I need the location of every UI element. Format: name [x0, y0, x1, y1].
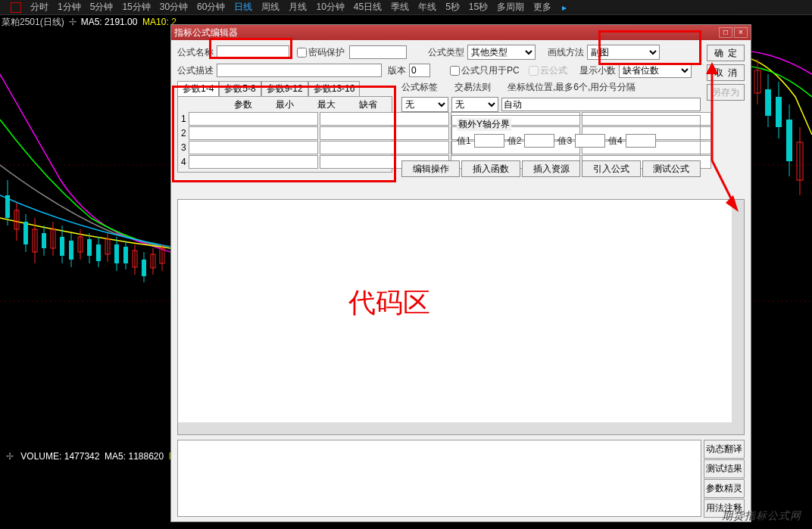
formula-type-select[interactable]: 其他类型	[467, 45, 536, 60]
tab-more[interactable]: 更多	[529, 1, 556, 14]
svg-rect-17	[69, 241, 73, 260]
edit-op-button[interactable]: 编辑操作	[401, 160, 460, 177]
param-tabs: 参数1-4 参数5-8 参数9-12 参数13-16	[177, 81, 392, 96]
extra-y-title: 额外Y轴分界	[457, 118, 511, 131]
code-textarea[interactable]	[177, 199, 745, 435]
param-tab-9-12[interactable]: 参数9-12	[261, 81, 308, 96]
formula-tag-label: 公式标签	[401, 81, 438, 94]
password-protect-label: 密码保护	[308, 46, 345, 59]
decimal-select[interactable]: 缺省位数	[619, 63, 692, 78]
tab-year[interactable]: 年线	[414, 1, 441, 14]
y3-input[interactable]	[575, 134, 605, 148]
tab-45d[interactable]: 45日线	[349, 1, 386, 14]
dialog-titlebar[interactable]: 指标公式编辑器 □ ×	[171, 25, 751, 40]
tab-15m[interactable]: 15分钟	[117, 1, 155, 14]
param-2-name[interactable]	[189, 126, 318, 140]
pc-only-label: 公式只用于PC	[461, 64, 520, 77]
svg-rect-43	[776, 97, 782, 127]
tab-tick[interactable]: 分时	[26, 1, 53, 14]
test-result-button[interactable]: 测试结果	[704, 459, 745, 478]
gear-icon[interactable]: ✢	[69, 17, 77, 27]
close-button[interactable]: ×	[734, 27, 748, 38]
draw-method-select[interactable]: 副图	[587, 45, 660, 60]
formula-tag-select[interactable]: 无	[401, 97, 448, 112]
import-formula-button[interactable]: 引入公式	[582, 160, 640, 177]
symbol-label: 菜粕2501(日线)	[2, 16, 64, 29]
coord-input[interactable]	[501, 98, 701, 111]
svg-rect-33	[142, 260, 146, 276]
param-grid: 参数 最小 最大 缺省 1 2 3 4	[177, 96, 392, 173]
param-tab-1-4[interactable]: 参数1-4	[177, 81, 219, 96]
draw-method-label: 画线方法	[548, 46, 584, 59]
scrollbar-horizontal[interactable]	[178, 422, 732, 434]
param-header-name: 参数	[223, 98, 264, 111]
save-as-button[interactable]: 另存为	[707, 84, 745, 101]
tab-10m[interactable]: 10分钟	[311, 1, 348, 14]
formula-type-label: 公式类型	[428, 46, 464, 59]
maximize-button[interactable]: □	[719, 27, 732, 38]
volume-label: VOLUME: 1477342 MA5: 1188620	[20, 451, 166, 462]
tab-5m[interactable]: 5分钟	[86, 1, 118, 14]
dialog-title-text: 指标公式编辑器	[174, 26, 238, 39]
formula-name-label: 公式名称	[177, 46, 214, 59]
svg-rect-23	[96, 244, 101, 261]
tab-5s[interactable]: 5秒	[441, 1, 464, 14]
tab-quarter[interactable]: 季线	[386, 1, 414, 14]
decimal-label: 显示小数	[579, 64, 616, 77]
tab-1m[interactable]: 1分钟	[53, 1, 86, 14]
menu-icon[interactable]	[11, 2, 21, 13]
param-header-max: 最大	[305, 98, 347, 111]
pc-only-checkbox[interactable]	[450, 66, 460, 76]
trade-rule-select[interactable]: 无	[451, 97, 498, 112]
y2-label: 值2	[508, 135, 522, 148]
ok-button[interactable]: 确定	[707, 45, 745, 61]
insert-func-button[interactable]: 插入函数	[461, 160, 520, 177]
volume-info-bar: ✢ VOLUME: 1477342 MA5: 1188620 MA	[0, 451, 183, 465]
tab-weekly[interactable]: 周线	[257, 1, 284, 14]
version-input[interactable]	[409, 64, 430, 77]
tab-15s[interactable]: 15秒	[464, 1, 492, 14]
svg-rect-3	[5, 195, 10, 218]
password-protect-checkbox[interactable]	[297, 48, 307, 58]
y1-label: 值1	[457, 135, 471, 148]
svg-rect-15	[60, 237, 64, 256]
y3-label: 值3	[557, 135, 572, 148]
y1-input[interactable]	[474, 134, 504, 148]
watermark: 期货指标公式网	[722, 509, 801, 523]
param-3-name[interactable]	[189, 141, 318, 154]
formula-desc-input[interactable]	[217, 64, 382, 77]
password-input[interactable]	[349, 45, 407, 59]
param-header-default: 缺省	[347, 98, 389, 111]
param-header-min: 最小	[264, 98, 306, 111]
y4-input[interactable]	[626, 134, 656, 148]
param-1-name[interactable]	[189, 112, 318, 126]
y2-input[interactable]	[524, 134, 554, 148]
tab-monthly[interactable]: 月线	[284, 1, 311, 14]
test-formula-button[interactable]: 测试公式	[642, 160, 701, 177]
tab-60m[interactable]: 60分钟	[192, 1, 230, 14]
param-4-name[interactable]	[189, 155, 318, 169]
timeframe-tabs: 分时 1分钟 5分钟 15分钟 30分钟 60分钟 日线 周线 月线 10分钟 …	[0, 0, 812, 15]
svg-rect-11	[42, 233, 46, 248]
dynamic-translate-button[interactable]: 动态翻译	[704, 440, 745, 459]
y4-label: 值4	[608, 135, 623, 148]
trade-rule-label: 交易法则	[454, 81, 491, 94]
scrollbar-vertical[interactable]	[732, 200, 744, 434]
output-pane[interactable]	[177, 440, 701, 517]
gear-icon[interactable]: ✢	[6, 451, 14, 462]
cancel-button[interactable]: 取消	[707, 64, 745, 81]
tab-multi[interactable]: 多周期	[492, 1, 529, 14]
svg-rect-21	[87, 239, 92, 256]
version-label: 版本	[388, 64, 406, 77]
coord-label: 坐标线位置,最多6个,用分号分隔	[508, 81, 636, 94]
svg-rect-41	[765, 89, 771, 116]
insert-res-button[interactable]: 插入资源	[522, 160, 580, 177]
tab-30m[interactable]: 30分钟	[155, 1, 192, 14]
more-arrow-icon[interactable]: ▸	[557, 2, 571, 13]
tab-daily[interactable]: 日线	[230, 1, 257, 14]
formula-name-input[interactable]	[217, 45, 289, 59]
param-tab-13-16[interactable]: 参数13-16	[308, 81, 361, 96]
svg-rect-45	[786, 120, 792, 161]
param-wizard-button[interactable]: 参数精灵	[704, 479, 745, 498]
param-tab-5-8[interactable]: 参数5-8	[219, 81, 261, 96]
